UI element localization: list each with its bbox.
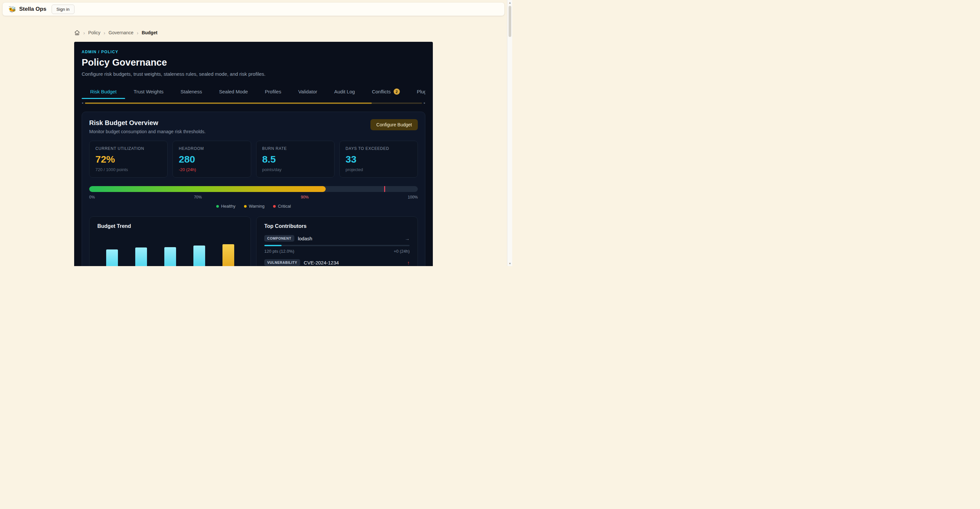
tab-sealed-mode[interactable]: Sealed Mode — [210, 85, 256, 99]
top-contributors-card: Top Contributors COMPONENT lodash → — [256, 216, 418, 266]
contributor-name: CVE-2024-1234 — [304, 260, 407, 265]
bee-logo-icon: 🐝 — [8, 6, 16, 13]
stat-label: DAYS TO EXCEEDED — [345, 146, 412, 151]
stat-value: 72% — [95, 154, 161, 165]
breadcrumb-separator: › — [103, 30, 105, 36]
trend-bar — [106, 249, 118, 266]
trend-bar — [193, 246, 205, 266]
brand-name: Stella Ops — [19, 6, 46, 13]
contributor-bar-track — [264, 245, 410, 246]
policy-governance-panel: ADMIN / POLICY Policy Governance Configu… — [74, 42, 433, 266]
legend-critical: Critical — [273, 204, 291, 209]
stat-value: 280 — [179, 154, 245, 165]
legend-dot — [216, 205, 219, 208]
conflicts-count-badge: 2 — [394, 89, 400, 95]
budget-utilization-gauge: 0% 70% 90% 100% Healthy Warning — [89, 186, 418, 209]
top-bar: 🐝 Stella Ops Sign in — [3, 3, 504, 16]
stat-sub: points/day — [262, 167, 328, 172]
scroll-up-arrow-icon[interactable]: ▲ — [508, 0, 512, 5]
sign-in-button[interactable]: Sign in — [52, 5, 75, 14]
budget-trend-card: Budget Trend 12/1 12/8 12/15 — [89, 216, 251, 266]
trend-bar — [135, 247, 147, 266]
contributor-arrow[interactable]: → — [405, 236, 410, 241]
stat-sub: -20 (24h) — [179, 167, 245, 172]
legend-healthy: Healthy — [216, 204, 235, 209]
home-icon[interactable] — [74, 30, 80, 36]
contributor-name: lodash — [298, 236, 405, 241]
trend-bar — [223, 244, 234, 266]
breadcrumb-current-budget: Budget — [142, 30, 158, 35]
tab-bar: Risk Budget Trust Weights Staleness Seal… — [82, 85, 425, 99]
top-contributors-title: Top Contributors — [264, 223, 410, 229]
stat-value: 8.5 — [262, 154, 328, 165]
page: 🐝 Stella Ops Sign in › Policy › Governan… — [0, 0, 507, 266]
budget-trend-title: Budget Trend — [97, 223, 243, 229]
browser-vertical-scrollbar[interactable]: ▲ ▼ — [507, 0, 512, 266]
scroll-right-arrow-icon[interactable]: ▸ — [424, 101, 425, 105]
page-subtitle: Configure risk budgets, trust weights, s… — [82, 71, 425, 77]
tab-profiles[interactable]: Profiles — [256, 85, 290, 99]
tick-90: 90% — [301, 195, 309, 200]
tick-100: 100% — [408, 195, 418, 200]
contributor-type-chip: VULNERABILITY — [264, 259, 300, 266]
tabs-scrollbar-thumb[interactable] — [85, 103, 372, 104]
stat-days-to-exceeded: DAYS TO EXCEEDED 33 projected — [339, 141, 418, 178]
browser-scrollbar-thumb[interactable] — [509, 6, 511, 37]
tab-risk-budget[interactable]: Risk Budget — [82, 85, 125, 99]
stat-label: BURN RATE — [262, 146, 328, 151]
tab-conflicts[interactable]: Conflicts 2 — [363, 85, 408, 99]
contributor-points: 120 pts (12.0%) — [264, 249, 294, 254]
tab-trust-weights[interactable]: Trust Weights — [125, 85, 172, 99]
gauge-track — [89, 186, 418, 192]
legend-warning: Warning — [244, 204, 265, 209]
stat-sub: 720 / 1000 points — [95, 167, 161, 172]
trend-bar — [164, 247, 176, 266]
stat-headroom: HEADROOM 280 -20 (24h) — [172, 141, 251, 178]
stat-cards: CURRENT UTILIZATION 72% 720 / 1000 point… — [89, 141, 418, 178]
gauge-fill — [89, 186, 326, 192]
stat-value: 33 — [345, 154, 412, 165]
breadcrumb: › Policy › Governance › Budget — [74, 29, 433, 36]
breadcrumb-separator: › — [83, 30, 85, 36]
page-title: Policy Governance — [82, 57, 425, 68]
scroll-down-arrow-icon[interactable]: ▼ — [508, 261, 512, 266]
stat-current-utilization: CURRENT UTILIZATION 72% 720 / 1000 point… — [89, 141, 167, 178]
tab-plugins[interactable]: Plugins — [408, 85, 425, 99]
stat-sub: projected — [345, 167, 412, 172]
configure-budget-button[interactable]: Configure Budget — [371, 119, 418, 130]
tabs-horizontal-scrollbar: ◂ ▸ — [82, 101, 425, 105]
tabs-scrollbar-track[interactable] — [85, 103, 422, 104]
contributor-type-chip: COMPONENT — [264, 235, 294, 242]
gauge-tick-labels: 0% 70% 90% 100% — [89, 195, 418, 200]
tab-validator[interactable]: Validator — [290, 85, 326, 99]
legend-dot — [244, 205, 247, 208]
contributor-row[interactable]: COMPONENT lodash → 120 pts (12.0%) +0 (2… — [264, 235, 410, 254]
legend-dot — [273, 205, 276, 208]
tab-staleness[interactable]: Staleness — [172, 85, 211, 99]
brand: 🐝 Stella Ops — [8, 6, 46, 13]
stat-burn-rate: BURN RATE 8.5 points/day — [256, 141, 334, 178]
tick-70: 70% — [194, 195, 202, 200]
overview-subtitle: Monitor budget consumption and manage ri… — [89, 129, 205, 134]
breadcrumb-link-governance[interactable]: Governance — [108, 30, 133, 35]
gauge-critical-marker — [384, 186, 385, 192]
tick-0: 0% — [89, 195, 95, 200]
contributor-delta: +0 (24h) — [394, 249, 410, 254]
budget-trend-chart: 12/1 12/8 12/15 12/22 — [97, 241, 243, 266]
stat-label: HEADROOM — [179, 146, 245, 151]
gauge-legend: Healthy Warning Critical — [89, 204, 418, 209]
tab-audit-log[interactable]: Audit Log — [326, 85, 363, 99]
risk-budget-overview-card: Risk Budget Overview Monitor budget cons… — [82, 112, 425, 266]
section-eyebrow: ADMIN / POLICY — [82, 50, 425, 54]
overview-title: Risk Budget Overview — [89, 119, 205, 127]
scroll-left-arrow-icon[interactable]: ◂ — [82, 101, 83, 105]
stat-label: CURRENT UTILIZATION — [95, 146, 161, 151]
breadcrumb-link-policy[interactable]: Policy — [88, 30, 100, 35]
contributor-arrow[interactable]: ↑ — [407, 260, 410, 265]
breadcrumb-separator: › — [137, 30, 138, 36]
contributor-fill — [264, 245, 282, 246]
contributor-row[interactable]: VULNERABILITY CVE-2024-1234 ↑ 95 pts (9.… — [264, 259, 410, 266]
